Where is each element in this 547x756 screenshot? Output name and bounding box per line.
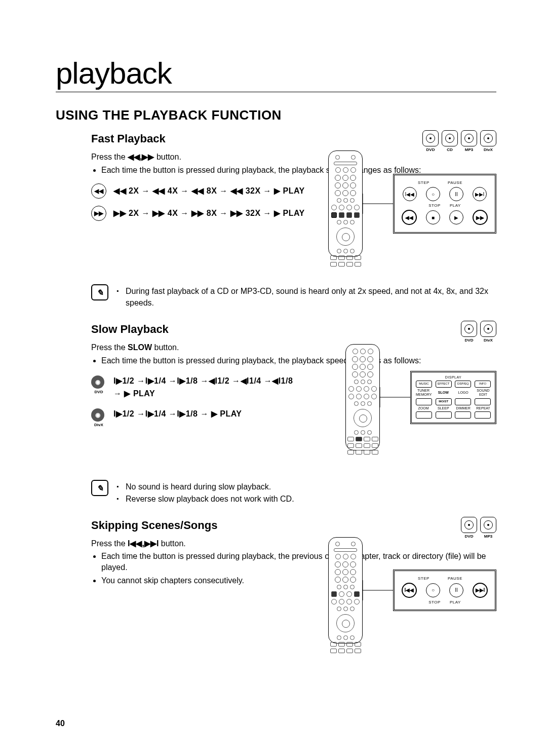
- callout-lead: [380, 377, 410, 418]
- note-icon: ✎: [91, 480, 108, 496]
- dvd-badge-icon: ◉: [91, 375, 104, 389]
- note-icon: ✎: [91, 284, 108, 300]
- prev-icon: I◀◀: [402, 583, 417, 598]
- slow-title: Slow Playback: [91, 323, 496, 336]
- fast-seq-ff: ▶▶ 2X → ▶▶ 4X → ▶▶ 8X → ▶▶ 32X → ▶ PLAY: [113, 207, 305, 220]
- stop-circle-icon: ○: [426, 583, 440, 597]
- slow-button-name: SLOW: [128, 343, 152, 352]
- slow-playback-section: Slow Playback DVD DivX Press the SLOW bu…: [91, 323, 496, 465]
- fast-playback-section: Fast Playback DVD CD MP3 DivX Press the …: [91, 132, 496, 269]
- manual-page: playback USING THE PLAYBACK FUNCTION Fas…: [0, 0, 547, 756]
- format-dvd: DVD: [461, 517, 477, 539]
- format-divx: DivX: [480, 321, 496, 343]
- skip-section: Skipping Scenes/Songs DVD MP3 Press the …: [91, 519, 496, 640]
- pause-icon: II: [449, 187, 463, 201]
- next-icon: ▶▶I: [473, 583, 488, 598]
- page-number: 40: [56, 719, 65, 728]
- note-slow-1: No sound is heard during slow playback.: [116, 481, 294, 493]
- format-mp3: MP3: [461, 130, 477, 152]
- note-slow: ✎ No sound is heard during slow playback…: [91, 480, 496, 504]
- note-fast: ✎ During fast playback of a CD or MP3-CD…: [91, 284, 496, 309]
- slow-seq-divx: I▶1/2 →I▶1/4 →I▶1/8 → ▶ PLAY: [113, 407, 242, 421]
- skip-press-icon: I◀◀,▶▶I: [128, 539, 159, 548]
- format-mp3: MP3: [480, 517, 496, 539]
- stop-icon: ■: [426, 210, 440, 224]
- callout-lead: [363, 183, 393, 224]
- remote-callout-fast: STEPPAUSE I◀◀ ○ II ▶▶I STOPPLAY ◀◀ ■ ▶ ▶…: [328, 150, 496, 257]
- skip-title: Skipping Scenes/Songs: [91, 519, 496, 532]
- chapter-title: playback: [56, 56, 496, 92]
- rewind-icon: ◀◀: [402, 210, 417, 225]
- key-dspeq: DSP/EQ: [455, 381, 471, 388]
- key-effect: EFFECT: [436, 381, 452, 388]
- slow-seq-dvd: I▶1/2 →I▶1/4 →I▶1/8 →◀I1/2 →◀I1/4 →◀I1/8…: [113, 374, 296, 400]
- play-icon: ▶: [449, 210, 463, 224]
- key-slow: MO/ST: [436, 398, 452, 405]
- fast-seq-rew: ◀◀ 2X → ◀◀ 4X → ◀◀ 8X → ◀◀ 32X → ▶ PLAY: [113, 184, 305, 198]
- key-logo: [455, 398, 471, 405]
- fast-press-icon: ◀◀,▶▶: [128, 153, 154, 161]
- key-info: INFO: [475, 381, 491, 388]
- stop-circle-icon: ○: [426, 187, 440, 201]
- note-fast-1: During fast playback of a CD or MP3-CD, …: [116, 285, 496, 309]
- format-dvd: DVD: [422, 130, 439, 152]
- fast-forward-icon: ▶▶: [473, 210, 488, 225]
- remote-diagram: [328, 150, 363, 257]
- section-title: USING THE PLAYBACK FUNCTION: [56, 107, 496, 123]
- next-icon: ▶▶I: [473, 187, 487, 201]
- callout-lead: [363, 570, 393, 611]
- format-divx: DivX: [480, 130, 496, 152]
- format-row-skip: DVD MP3: [461, 517, 496, 539]
- format-dvd: DVD: [461, 321, 477, 343]
- rewind-icon: ◀◀: [91, 183, 106, 199]
- prev-icon: I◀◀: [403, 187, 417, 201]
- remote-callout-slow: DISPLAY MUSIC EFFECT DSP/EQ INFO TUNER M…: [345, 344, 496, 450]
- format-row-slow: DVD DivX: [461, 321, 496, 343]
- format-row-fast: DVD CD MP3 DivX: [422, 130, 496, 152]
- display-panel-slow: DISPLAY MUSIC EFFECT DSP/EQ INFO TUNER M…: [410, 371, 496, 425]
- key-soundedit: [475, 398, 491, 405]
- key-surround: [416, 398, 432, 405]
- remote-callout-skip: STEPPAUSE I◀◀ ○ II ▶▶I STOPPLAY: [328, 537, 496, 644]
- divx-badge-icon: ◉: [91, 408, 104, 422]
- remote-diagram: [345, 344, 380, 450]
- fast-forward-icon: ▶▶: [91, 206, 106, 221]
- format-cd: CD: [442, 130, 458, 152]
- remote-diagram: [328, 537, 363, 644]
- note-slow-2: Reverse slow playback does not work with…: [116, 493, 294, 505]
- pause-icon: II: [449, 583, 463, 597]
- key-music: MUSIC: [416, 381, 432, 388]
- transport-panel-fast: STEPPAUSE I◀◀ ○ II ▶▶I STOPPLAY ◀◀ ■ ▶ ▶…: [393, 174, 496, 234]
- transport-panel-skip: STEPPAUSE I◀◀ ○ II ▶▶I STOPPLAY: [393, 570, 496, 611]
